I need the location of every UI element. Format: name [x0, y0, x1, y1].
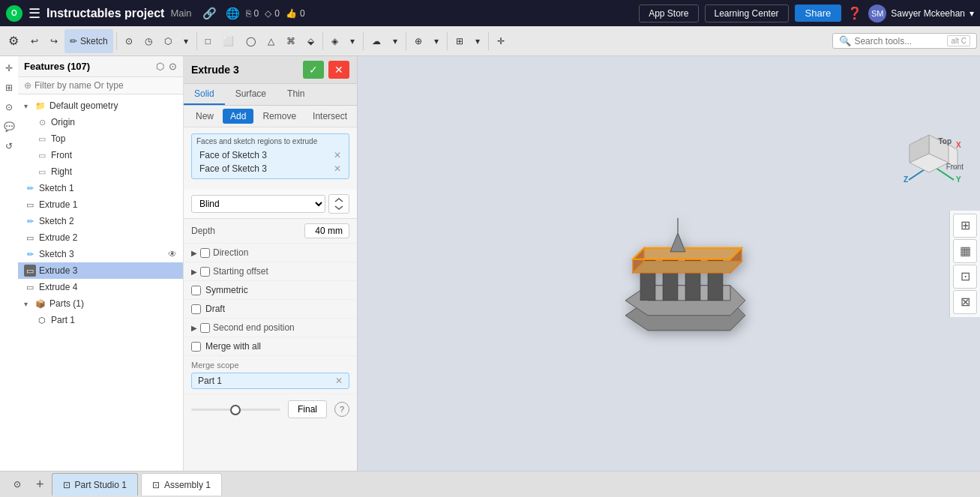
merge-all-row[interactable]: Merge with all: [184, 337, 357, 356]
top-view-label[interactable]: Top: [938, 137, 952, 145]
undo-button[interactable]: ↩: [25, 29, 43, 53]
merge-all-checkbox[interactable]: [191, 342, 201, 352]
filter-input[interactable]: [34, 80, 177, 91]
front-view-label[interactable]: Front: [946, 163, 964, 171]
direction-row[interactable]: ▶ Direction: [184, 244, 357, 262]
merge-part-remove-button[interactable]: ✕: [335, 376, 343, 386]
timeline-slider[interactable]: [191, 409, 280, 411]
tab-solid[interactable]: Solid: [184, 84, 225, 105]
direction-checkbox[interactable]: [200, 248, 210, 258]
subtab-remove[interactable]: Remove: [255, 109, 304, 124]
tool-11[interactable]: ◈: [326, 29, 343, 53]
history-button[interactable]: ⊙: [1, 100, 16, 115]
share-button[interactable]: Share: [795, 4, 842, 22]
face-item-1[interactable]: Face of Sketch 3 ✕: [196, 148, 344, 162]
globe-icon[interactable]: 🌐: [226, 7, 240, 20]
sidebar-item-sketch1[interactable]: ✏ Sketch 1: [18, 180, 183, 196]
add-feature-button[interactable]: ✛: [1, 61, 16, 76]
undo-sidebar-button[interactable]: ↺: [1, 139, 16, 154]
sidebar-clock-icon[interactable]: ⊙: [169, 61, 177, 72]
final-button[interactable]: Final: [288, 400, 327, 418]
eye-icon[interactable]: 👁: [168, 249, 177, 259]
tool-3[interactable]: ⬡: [159, 29, 177, 53]
flip-direction-button[interactable]: [328, 194, 349, 214]
sidebar-item-sketch3[interactable]: ✏ Sketch 3 👁: [18, 246, 183, 262]
sidebar-item-extrude1[interactable]: ▭ Extrude 1: [18, 196, 183, 213]
tool-9[interactable]: ⌘: [281, 29, 301, 53]
subtab-intersect[interactable]: Intersect: [305, 109, 355, 124]
sidebar-item-origin[interactable]: ⊙ Origin: [30, 114, 183, 130]
learning-center-button[interactable]: Learning Center: [705, 4, 789, 22]
starting-offset-row[interactable]: ▶ Starting offset: [184, 262, 357, 281]
tool-4[interactable]: ▾: [178, 29, 193, 53]
sidebar-item-extrude4[interactable]: ▭ Extrude 4: [18, 279, 183, 295]
comment-sidebar-button[interactable]: 💬: [1, 119, 16, 134]
tool-1[interactable]: ⊙: [120, 29, 138, 53]
sidebar-expand-icon[interactable]: ⬡: [156, 61, 164, 72]
symmetric-checkbox[interactable]: [191, 286, 201, 295]
settings-button[interactable]: ⚙: [3, 29, 24, 53]
sketch-button[interactable]: ✏ Sketch: [64, 29, 113, 53]
tool-7[interactable]: ◯: [241, 29, 261, 53]
panel-help-button[interactable]: ?: [334, 402, 349, 417]
second-end-row[interactable]: ▶ Second end position: [184, 319, 357, 337]
tool-16[interactable]: ▾: [429, 29, 444, 53]
tab-assembly[interactable]: ⊡ Assembly 1: [141, 473, 222, 496]
add-tab-button[interactable]: +: [31, 477, 49, 493]
tool-18[interactable]: ▾: [470, 29, 485, 53]
sidebar-item-default-geometry[interactable]: ▾ 📁 Default geometry: [18, 97, 183, 114]
confirm-button[interactable]: ✓: [303, 61, 324, 79]
tool-2[interactable]: ◷: [139, 29, 157, 53]
sidebar-item-part1[interactable]: ⬡ Part 1: [30, 312, 183, 328]
filter-button[interactable]: ⊞: [1, 80, 16, 95]
search-input[interactable]: [854, 36, 944, 46]
logo[interactable]: O: [6, 5, 22, 22]
face2-remove-button[interactable]: ✕: [334, 163, 341, 174]
link-icon[interactable]: 🔗: [202, 7, 217, 20]
tab-part-studio[interactable]: ⊡ Part Studio 1: [52, 473, 138, 496]
sidebar-item-extrude3[interactable]: ▭ Extrude 3: [18, 262, 183, 279]
sidebar-item-front[interactable]: ▭ Front: [30, 147, 183, 163]
user-menu[interactable]: SM Sawyer Mckeehan ▾: [868, 4, 974, 22]
tab-thin[interactable]: Thin: [277, 84, 315, 105]
help-icon[interactable]: ❓: [847, 6, 862, 20]
merge-scope-tag[interactable]: Part 1 ✕: [191, 373, 349, 389]
tool-12[interactable]: ▾: [345, 29, 360, 53]
tool-8[interactable]: △: [262, 29, 280, 53]
subtab-new[interactable]: New: [188, 109, 221, 124]
sidebar-item-right[interactable]: ▭ Right: [30, 163, 183, 180]
view-tool-2[interactable]: ▦: [953, 239, 977, 263]
tool-13[interactable]: ☁: [367, 29, 386, 53]
app-store-button[interactable]: App Store: [639, 4, 698, 22]
cancel-button[interactable]: ✕: [328, 61, 349, 79]
tool-5[interactable]: □: [200, 29, 216, 53]
face1-remove-button[interactable]: ✕: [334, 150, 341, 160]
draft-row[interactable]: Draft: [184, 300, 357, 319]
tool-10[interactable]: ⬙: [302, 29, 319, 53]
sidebar-item-extrude2[interactable]: ▭ Extrude 2: [18, 229, 183, 246]
tool-15[interactable]: ⊕: [409, 29, 427, 53]
viewport[interactable]: X Y Z Top Front ⊞ ▦ ⊡ ⊠: [358, 56, 980, 471]
tool-19[interactable]: ✛: [492, 29, 510, 53]
tool-17[interactable]: ⊞: [451, 29, 469, 53]
second-end-checkbox[interactable]: [200, 323, 210, 333]
sidebar-item-top[interactable]: ▭ Top: [30, 130, 183, 147]
tool-14[interactable]: ▾: [388, 29, 403, 53]
tab-surface[interactable]: Surface: [225, 84, 277, 105]
face-item-2[interactable]: Face of Sketch 3 ✕: [196, 162, 344, 175]
tool-6[interactable]: ⬜: [217, 29, 239, 53]
hamburger-button[interactable]: ☰: [28, 5, 40, 22]
slider-thumb[interactable]: [230, 405, 241, 415]
blind-type-select[interactable]: Blind: [191, 195, 325, 213]
draft-checkbox[interactable]: [191, 304, 201, 314]
sidebar-item-parts-group[interactable]: ▾ 📦 Parts (1): [18, 295, 183, 312]
redo-button[interactable]: ↪: [45, 29, 63, 53]
view-tool-1[interactable]: ⊞: [953, 214, 977, 238]
bottom-left-button[interactable]: ⊙: [6, 476, 28, 493]
starting-offset-checkbox[interactable]: [200, 267, 210, 277]
depth-value[interactable]: 40 mm: [304, 223, 349, 238]
subtab-add[interactable]: Add: [223, 109, 253, 124]
view-tool-3[interactable]: ⊡: [953, 265, 977, 289]
sidebar-item-sketch2[interactable]: ✏ Sketch 2: [18, 213, 183, 229]
view-tool-4[interactable]: ⊠: [953, 290, 977, 314]
